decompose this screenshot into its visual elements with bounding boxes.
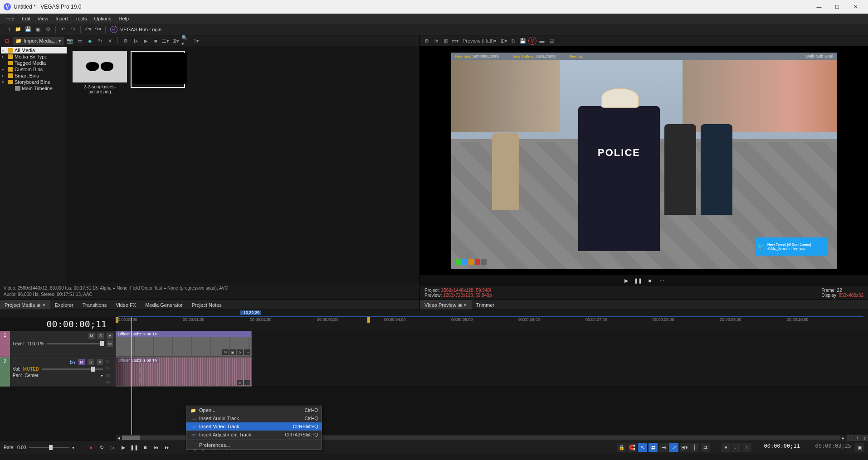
lock-button[interactable]: 🔒 (617, 443, 626, 452)
go-end-button[interactable]: ⏭ (162, 443, 171, 452)
preview-props-button[interactable]: ⚙ (423, 37, 431, 45)
stop-button[interactable]: ■ (141, 443, 150, 452)
views-button[interactable]: ⊞ (3, 37, 11, 45)
normal-edit-tool[interactable]: ↖ (638, 443, 647, 452)
trim-button[interactable]: ⎮ (690, 443, 699, 452)
loop-button[interactable]: ↻ (97, 443, 106, 452)
preview-overlay-button[interactable]: ⊞▾ (500, 37, 508, 45)
save-button[interactable]: 💾 (24, 25, 33, 34)
out-point-marker[interactable] (367, 317, 370, 323)
envelope-button[interactable]: ⎵ (732, 443, 741, 452)
rate-reset-button[interactable]: ▾ (72, 445, 74, 450)
auto-crossfade-button[interactable]: ⤢ (669, 443, 678, 452)
preview-more-button[interactable]: ⋯ (658, 276, 666, 285)
get-media-button[interactable]: ▭ (76, 37, 84, 45)
video-track-lane[interactable]: Officer Stubz is on TV ↻▣fx⋯ (116, 331, 868, 357)
media-properties-button[interactable]: ⚙ (122, 37, 130, 45)
auto-ripple-button[interactable]: ⇄ (649, 443, 658, 452)
cm-insert-adjustment-track[interactable]: ▭ Insert Adjustment Track Ctrl+Alt+Shift… (186, 431, 322, 439)
redo-button[interactable]: ↷ (68, 25, 78, 34)
tab-project-notes[interactable]: Project Notes (187, 300, 226, 310)
menu-edit[interactable]: Edit (18, 15, 34, 23)
thumb-view-button[interactable]: ⊞▾ (171, 37, 180, 45)
thumb-sunglasses[interactable]: 2-2-sunglasses-picture.png (73, 51, 127, 94)
render-button[interactable]: ▣ (34, 25, 43, 34)
list-view-button[interactable]: ☰▾ (161, 37, 170, 45)
menu-insert[interactable]: Insert (52, 15, 72, 23)
preview-v-button[interactable]: V (528, 37, 536, 45)
minimize-button[interactable]: ― (810, 0, 828, 14)
tree-storyboard-bins[interactable]: ▾Storyboard Bins (1, 79, 67, 85)
cm-insert-video-track[interactable]: ▭ Insert Video Track Ctrl+Shift+Q (186, 422, 322, 431)
cm-insert-audio-track[interactable]: ▭ Insert Audio Track Ctrl+Q (186, 414, 322, 422)
fx-button[interactable]: fx▾ (70, 360, 76, 365)
go-start-button[interactable]: ⏮ (151, 443, 161, 452)
timeline-ruler[interactable]: 00:00:00;0000:00:01;0000:00:02;0000:00:0… (116, 317, 868, 331)
tab-media-generator[interactable]: Media Generator (141, 300, 187, 310)
tag-button[interactable]: ⚐▾ (191, 37, 200, 45)
playhead-line[interactable] (132, 331, 132, 435)
zoom-height-button[interactable]: ↕ (862, 435, 868, 441)
clip-more-icon[interactable]: ⋯ (244, 349, 250, 355)
preview-play-button[interactable]: ▶ (622, 276, 630, 285)
capture-button[interactable]: 📷 (66, 37, 74, 45)
scroll-left-button[interactable]: ◂ (116, 435, 122, 441)
track-header-2[interactable]: 2 fx▾ M S ▾ Vol: MUTED Pan: (0, 357, 116, 387)
replace-button[interactable]: ◆ (86, 37, 94, 45)
ripple-button[interactable]: ⇥ (659, 443, 668, 452)
event-group-button[interactable]: ⊞▾ (680, 443, 689, 452)
tab-video-preview[interactable]: Video Preview ▣ ✕ (420, 300, 472, 310)
tree-custom-bins[interactable]: ▸Custom Bins (1, 66, 67, 73)
record-button[interactable]: ● (86, 443, 95, 452)
maximize-button[interactable]: ☐ (828, 0, 846, 14)
preview-bars-button[interactable]: ▤ (547, 37, 556, 45)
solo-button[interactable]: S (98, 333, 104, 339)
pan-dropdown[interactable]: ▾ (101, 373, 103, 378)
clip-crop-icon[interactable]: ▣ (229, 349, 236, 355)
menu-tools[interactable]: Tools (72, 15, 91, 23)
level-slider[interactable] (47, 343, 104, 344)
zoom-out-button[interactable]: − (847, 435, 853, 441)
tree-all-media[interactable]: ▸All Media (1, 47, 67, 53)
new-project-button[interactable]: 🗋 (4, 25, 13, 34)
preview-output-button[interactable]: ▭▾ (451, 37, 459, 45)
ripple-all-button[interactable]: ⇉ (701, 443, 710, 452)
tab-trimmer[interactable]: Trimmer (472, 300, 499, 310)
preview-stop-button[interactable]: ■ (646, 276, 654, 285)
tab-video-fx[interactable]: Video FX (111, 300, 141, 310)
play-button[interactable]: ▶ (119, 443, 128, 452)
track-header-1[interactable]: 1 M S ▾ Level: 100.0 % ▭ (0, 331, 116, 357)
refresh-button[interactable]: ↻ (96, 37, 104, 45)
hub-login-button[interactable]: H VEGAS Hub Login (110, 26, 161, 33)
clip-fx-icon[interactable]: fx (237, 380, 243, 385)
undo-button[interactable]: ↶ (59, 25, 68, 34)
solo-button[interactable]: S (88, 359, 94, 365)
mixer-button[interactable]: ⎍ (742, 443, 751, 452)
fade-in-handle[interactable] (116, 358, 141, 386)
preview-ext-button[interactable]: ▬ (538, 37, 546, 45)
close-button[interactable]: ✕ (846, 0, 864, 14)
audio-clip[interactable]: Officer Stubz is on TV fx⋯ (116, 357, 252, 387)
preview-pause-button[interactable]: ❚❚ (634, 276, 642, 285)
open-button[interactable]: 📁 (14, 25, 23, 34)
preview-copy-button[interactable]: ⧉ (509, 37, 517, 45)
redo-history-button[interactable]: ↷▾ (93, 25, 102, 34)
tree-tagged-media[interactable]: Tagged Media (1, 60, 67, 66)
dock-button[interactable]: ▣ (855, 443, 864, 452)
vol-slider[interactable] (42, 368, 103, 370)
marker-row[interactable]: -10;32;29 (0, 310, 868, 317)
add-track-button[interactable]: ▾ (722, 443, 731, 452)
clip-loop-icon[interactable]: ↻ (222, 349, 229, 355)
marker-chip[interactable]: -10;32;29 (240, 310, 261, 315)
cm-open[interactable]: 📁 Open... Ctrl+O (186, 406, 322, 414)
preview-viewport[interactable]: New Sub: SenoritaLovely New Follow: Jake… (420, 46, 868, 275)
search-button[interactable]: 🔍▾ (181, 37, 190, 45)
tree-smart-bins[interactable]: ▸Smart Bins (1, 73, 67, 79)
tab-explorer[interactable]: Explorer (50, 300, 78, 310)
clip-fx-icon[interactable]: fx (237, 349, 243, 355)
preview-save-button[interactable]: 💾 (519, 37, 527, 45)
snap-button[interactable]: 🧲 (628, 443, 637, 452)
tree-main-timeline[interactable]: Main Timeline (1, 85, 67, 92)
clip-more-icon[interactable]: ⋯ (244, 380, 250, 385)
cursor-timecode[interactable]: 00:00:00;11 (753, 443, 803, 452)
